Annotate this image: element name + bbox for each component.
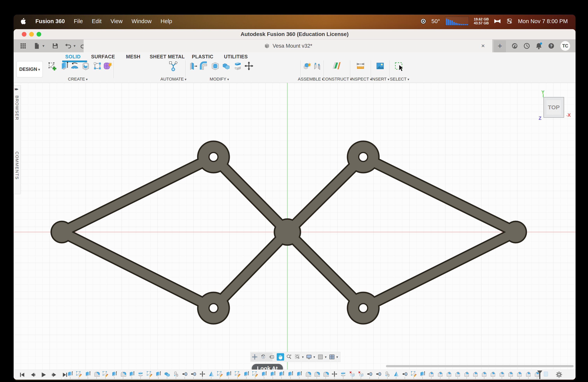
workspace-selector[interactable]: DESIGN [17, 61, 43, 77]
press-pull-icon[interactable] [188, 61, 198, 71]
automate-icon[interactable] [168, 61, 179, 71]
fit-caret-icon[interactable]: ▼ [301, 355, 304, 359]
timeline-feature-draft[interactable] [208, 371, 214, 377]
display-settings-glyph[interactable] [306, 354, 312, 360]
timeline-playhead-stem[interactable] [539, 372, 540, 379]
apple-menu-icon[interactable] [21, 18, 26, 25]
display-settings-icon[interactable] [305, 353, 313, 361]
menu-item-edit[interactable]: Edit [92, 18, 102, 24]
menu-item-help[interactable]: Help [161, 18, 172, 24]
pan-icon[interactable] [277, 353, 284, 361]
timeline-scrollbar[interactable] [386, 365, 574, 367]
timeline-feature-sketch[interactable] [76, 371, 82, 377]
viewports-glyph[interactable] [329, 354, 335, 360]
timeline-feature-extrude[interactable] [67, 371, 73, 377]
group-label-modify[interactable]: MODIFY [210, 77, 229, 82]
control-center-icon[interactable] [506, 19, 513, 24]
revolve-icon[interactable] [70, 61, 80, 71]
move-icon[interactable] [244, 61, 254, 71]
undo-caret-icon[interactable]: ▼ [73, 44, 76, 48]
timeline-feature-sketch[interactable] [411, 371, 417, 377]
timeline-feature-combine[interactable] [164, 371, 170, 377]
look-at-glyph[interactable] [269, 354, 275, 360]
timeline-feature-chamfer[interactable] [507, 371, 514, 377]
timeline-feature-delete[interactable] [358, 371, 364, 377]
step-back-button[interactable] [30, 372, 36, 378]
timeline-feature-sketch[interactable] [252, 371, 258, 377]
help-icon[interactable] [547, 42, 555, 50]
go-to-start-button[interactable] [19, 372, 25, 378]
group-label-insert[interactable]: INSERT [371, 77, 389, 82]
timeline-feature-extrude[interactable] [129, 371, 135, 377]
menu-clock[interactable]: Mon Nov 7 8:00 PM [518, 18, 568, 24]
timeline-feature-extrude[interactable] [155, 371, 161, 377]
timeline-feature-chamfer[interactable] [437, 371, 443, 377]
joint-icon[interactable] [313, 61, 322, 71]
browser-rail-tab[interactable]: BROWSER [14, 95, 20, 120]
timeline-feature-chamfer[interactable] [516, 371, 523, 377]
orbit-glyph[interactable] [252, 354, 258, 360]
timeline-feature-extrude[interactable] [287, 371, 294, 377]
menu-item-window[interactable]: Window [132, 18, 152, 24]
timeline-settings-gear-icon[interactable] [556, 371, 562, 378]
timeline-feature-chamfer[interactable] [463, 371, 470, 377]
menu-app-name[interactable]: Fusion 360 [35, 18, 65, 24]
timeline-feature-chamfer[interactable] [499, 371, 505, 377]
bowtie-menu-icon[interactable] [494, 19, 501, 24]
ribbon-tab-utilities[interactable]: UTILITIES [224, 54, 248, 60]
constrained-orbit-glyph[interactable] [260, 354, 266, 360]
temperature-status[interactable]: 50° [431, 18, 440, 24]
create-sketch-icon[interactable] [47, 61, 57, 71]
undo-icon[interactable] [64, 42, 72, 50]
timeline-feature-chamfer[interactable] [446, 371, 452, 377]
split-body-icon[interactable] [233, 61, 243, 71]
timeline-feature-extrude[interactable] [296, 371, 302, 377]
timeline-feature-extrude[interactable] [111, 371, 117, 377]
timeline-feature-draft[interactable] [393, 371, 399, 377]
display-settings-caret-icon[interactable]: ▼ [313, 355, 316, 359]
menu-item-file[interactable]: File [74, 18, 83, 24]
group-label-inspect[interactable]: INSPECT [350, 77, 372, 82]
zoom-glyph[interactable] [286, 354, 292, 360]
document-tab[interactable]: Vesa Mount v32* × [84, 40, 492, 52]
timeline-feature-component[interactable] [384, 371, 390, 377]
grid-and-snaps-glyph[interactable] [317, 354, 323, 360]
vesa-mount-model[interactable] [14, 83, 576, 370]
new-component-icon[interactable] [302, 61, 312, 71]
pattern-icon[interactable] [92, 61, 103, 71]
timeline-feature-extrude[interactable] [261, 371, 267, 377]
grid-and-snaps-caret-icon[interactable]: ▼ [324, 355, 327, 359]
ribbon-tab-plastic[interactable]: PLASTIC [192, 54, 213, 60]
create-form-icon[interactable] [102, 61, 112, 71]
timeline-feature-chamfer[interactable] [525, 371, 531, 377]
timeline-feature-sketch[interactable] [234, 371, 241, 377]
pan-glyph[interactable] [277, 354, 283, 360]
viewports-icon[interactable] [328, 353, 336, 361]
timeline-feature-mirror[interactable] [376, 371, 382, 377]
timeline-feature-sketch[interactable] [102, 371, 108, 377]
group-label-create[interactable]: CREATE [68, 77, 87, 82]
view-cube[interactable]: TOP [544, 97, 564, 118]
app-grid-icon[interactable] [20, 42, 27, 50]
memory-histogram[interactable] [445, 17, 469, 26]
timeline-feature-sketch[interactable] [147, 371, 153, 377]
extensions-icon[interactable] [511, 42, 519, 50]
timeline-feature-chamfer[interactable] [490, 371, 496, 377]
close-tab-icon[interactable]: × [479, 42, 487, 50]
timeline-feature-split[interactable] [137, 371, 144, 377]
insert-image-icon[interactable] [375, 61, 385, 71]
fit-icon[interactable] [294, 353, 301, 361]
timeline-feature-sketch[interactable] [217, 371, 223, 377]
timeline-feature-move[interactable] [199, 371, 206, 377]
combine-icon[interactable] [221, 61, 231, 71]
menu-item-view[interactable]: View [110, 18, 123, 24]
look-at-icon[interactable] [268, 353, 275, 361]
comments-rail-tab[interactable]: COMMENTS [14, 151, 20, 180]
fillet-icon[interactable] [199, 61, 209, 71]
timeline-feature-fillet[interactable] [323, 371, 329, 377]
file-menu-icon[interactable] [33, 42, 41, 50]
group-label-select[interactable]: SELECT [390, 77, 409, 82]
step-forward-button[interactable] [51, 372, 57, 378]
timeline-feature-move[interactable] [331, 371, 337, 377]
ribbon-tab-sheet-metal[interactable]: SHEET METAL [150, 54, 185, 60]
